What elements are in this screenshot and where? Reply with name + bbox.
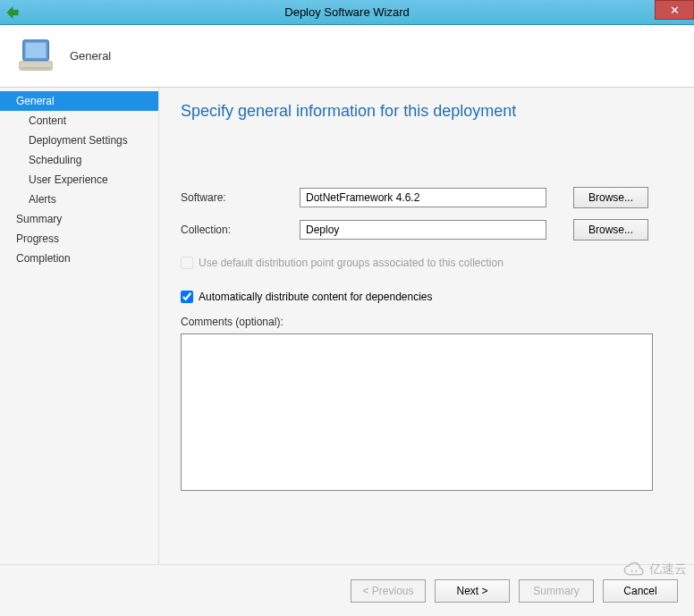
nav-item-completion[interactable]: Completion xyxy=(0,249,158,268)
app-icon xyxy=(0,6,25,19)
nav-item-user-experience[interactable]: User Experience xyxy=(0,170,158,190)
svg-rect-1 xyxy=(26,42,47,57)
wizard-nav: GeneralContentDeployment SettingsSchedul… xyxy=(0,88,159,564)
browse-software-button[interactable]: Browse... xyxy=(573,187,648,208)
auto-dist-checkbox-row[interactable]: Automatically distribute content for dep… xyxy=(181,291,673,303)
collection-row: Collection: Browse... xyxy=(181,219,673,240)
close-button[interactable]: ✕ xyxy=(655,0,694,20)
nav-item-progress[interactable]: Progress xyxy=(0,229,158,249)
main-area: GeneralContentDeployment SettingsSchedul… xyxy=(0,88,694,564)
content-title: Specify general information for this dep… xyxy=(181,102,673,121)
nav-item-content[interactable]: Content xyxy=(0,111,158,131)
close-icon: ✕ xyxy=(670,4,680,17)
collection-input[interactable] xyxy=(300,220,546,240)
computer-icon xyxy=(16,36,57,77)
summary-button: Summary xyxy=(519,579,594,603)
comments-textarea[interactable] xyxy=(181,333,653,491)
software-label: Software: xyxy=(181,191,292,204)
nav-item-scheduling[interactable]: Scheduling xyxy=(0,150,158,170)
collection-label: Collection: xyxy=(181,224,292,236)
wizard-content: Specify general information for this dep… xyxy=(159,88,694,564)
default-dist-checkbox-row: Use default distribution point groups as… xyxy=(181,257,673,269)
auto-dist-checkbox[interactable] xyxy=(181,291,193,303)
browse-collection-button[interactable]: Browse... xyxy=(573,219,648,240)
svg-rect-2 xyxy=(20,61,52,70)
titlebar: Deploy Software Wizard ✕ xyxy=(0,0,694,25)
nav-item-alerts[interactable]: Alerts xyxy=(0,190,158,209)
comments-label: Comments (optional): xyxy=(181,316,673,328)
window-title: Deploy Software Wizard xyxy=(0,5,694,19)
default-dist-label: Use default distribution point groups as… xyxy=(199,257,504,269)
cancel-button[interactable]: Cancel xyxy=(603,579,678,603)
previous-button: < Previous xyxy=(351,579,426,603)
nav-item-general[interactable]: General xyxy=(0,91,158,111)
svg-rect-3 xyxy=(21,67,51,68)
wizard-footer: < Previous Next > Summary Cancel xyxy=(0,564,694,616)
auto-dist-label: Automatically distribute content for dep… xyxy=(199,291,433,303)
page-heading: General xyxy=(70,49,111,63)
software-row: Software: Browse... xyxy=(181,187,673,208)
default-dist-checkbox xyxy=(181,257,193,269)
header: General xyxy=(0,25,694,88)
nav-item-deployment-settings[interactable]: Deployment Settings xyxy=(0,131,158,150)
nav-item-summary[interactable]: Summary xyxy=(0,209,158,229)
software-input[interactable] xyxy=(300,188,546,207)
next-button[interactable]: Next > xyxy=(435,579,510,603)
